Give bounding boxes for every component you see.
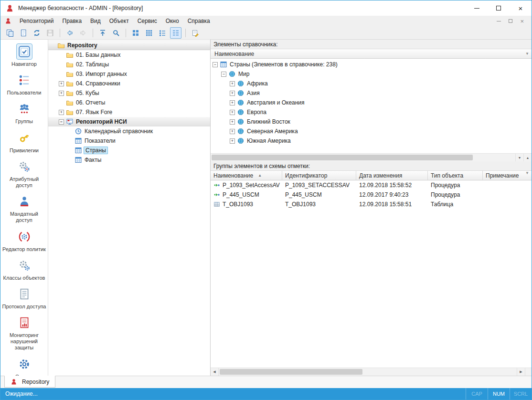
repository-tree-item[interactable]: 01. Базы данных (48, 50, 210, 60)
repository-tree-item[interactable]: Календарный справочник (48, 126, 210, 136)
sidebar-item-users[interactable]: Пользователи (0, 72, 48, 96)
repository-tree-item[interactable]: Страны (48, 146, 210, 155)
repository-tree-item[interactable]: 03. Импорт данных (48, 69, 210, 79)
collapse-toggle[interactable]: − (59, 119, 64, 125)
expand-toggle[interactable]: + (230, 110, 235, 115)
maximize-button[interactable] (488, 0, 510, 16)
scroll-left-button[interactable]: ◀ (211, 368, 219, 376)
mdi-minimize-button[interactable] (497, 21, 501, 21)
sidebar-item-object-classes[interactable]: Классы объектов (0, 257, 48, 281)
column-header-3[interactable]: Дата изменения (356, 171, 428, 180)
dictionary-element-item[interactable]: +Европа (211, 107, 532, 117)
refresh-button[interactable] (31, 27, 43, 39)
scrollbar-thumb[interactable] (212, 155, 473, 160)
sidebar-item-service[interactable]: Сервис (0, 356, 48, 376)
groups-horizontal-scrollbar[interactable]: ◀ ▶ (211, 368, 532, 376)
users-icon (16, 72, 32, 88)
copy-document-button[interactable] (4, 27, 16, 39)
expand-toggle[interactable]: + (230, 138, 235, 144)
collapse-toggle[interactable]: − (221, 72, 226, 77)
menu-item-5[interactable]: Сервис (133, 16, 161, 26)
dictionary-element-item[interactable]: +Австралия и Океания (211, 98, 532, 107)
status-bar: Ожидание... CAPNUMSCRL (0, 388, 532, 400)
list-view-button[interactable] (157, 27, 168, 39)
menu-item-2[interactable]: Правка (58, 16, 86, 26)
dictionary-element-item[interactable]: +Северная Америка (211, 126, 532, 136)
column-header-1[interactable]: Наименование▲ (211, 171, 282, 180)
sidebar-item-mandatory-access[interactable]: Мандатный доступ (0, 193, 48, 223)
table-row[interactable]: P_1093_SetAccessAVP_1093_SETACCESSAV12.0… (211, 180, 532, 190)
sidebar-item-access-protocol[interactable]: Протокол доступа (0, 286, 48, 310)
save-button[interactable] (44, 27, 56, 39)
filter-dropdown-icon[interactable]: ▼ (525, 52, 529, 56)
small-icons-view-button[interactable] (143, 27, 155, 39)
menu-item-3[interactable]: Вид (86, 16, 105, 26)
mdi-close-button[interactable]: × (520, 18, 524, 24)
mdi-restore-button[interactable] (509, 19, 512, 23)
menu-item-1[interactable]: Репозиторий (15, 16, 58, 26)
cell-identifier: P_445_USCM (282, 190, 356, 200)
collapse-toggle[interactable]: − (213, 62, 218, 67)
filter-dropdown-icon[interactable]: ▼ (525, 171, 529, 175)
tab-repository[interactable]: Repository (4, 376, 55, 388)
column-header-2[interactable]: Идентификатор (282, 171, 356, 180)
repository-tree-item[interactable]: Repository (48, 41, 210, 50)
scroll-right-button[interactable]: ▶ (517, 368, 525, 376)
table-row[interactable]: T_OBJ1093T_OBJ109312.09.2018 15:58:51Таб… (211, 200, 532, 209)
details-view-button[interactable] (170, 27, 181, 39)
repository-tree-item[interactable]: +05. Кубы (48, 88, 210, 98)
repository-tree-item[interactable]: +07. Язык Fore (48, 107, 210, 117)
scrollbar-thumb[interactable] (220, 369, 362, 375)
expand-toggle[interactable]: + (230, 100, 235, 105)
dictionary-element-item[interactable]: −Мир (211, 69, 532, 79)
sidebar-item-navigator[interactable]: Навигатор (0, 43, 48, 67)
repository-tree-item[interactable]: 02. Таблицы (48, 60, 210, 69)
repository-tree-item[interactable]: Показатели (48, 136, 210, 146)
repository-tree-item[interactable]: +04. Справочники (48, 79, 210, 88)
scrollbar-track[interactable] (211, 154, 515, 161)
expand-toggle[interactable]: + (59, 91, 64, 96)
sidebar-item-groups[interactable]: Группы (0, 101, 48, 125)
expand-toggle[interactable]: + (230, 119, 235, 125)
dictionary-element-item[interactable]: +Ближний Восток (211, 117, 532, 126)
repository-tree-item[interactable]: 06. Отчеты (48, 98, 210, 107)
dictionary-element-item[interactable]: +Африка (211, 79, 532, 88)
expand-toggle[interactable]: + (59, 110, 64, 115)
repository-tree-item[interactable]: Факты (48, 155, 210, 165)
dictionary-element-item-label: Европа (247, 109, 266, 116)
scrollbar-track[interactable] (219, 368, 516, 375)
sidebar-item-policy-editor[interactable]: Редактор политик (0, 229, 48, 253)
sidebar-item-security-monitoring[interactable]: Мониторинг нарушений защиты (0, 315, 48, 351)
search-button[interactable] (110, 27, 122, 39)
dictionary-element-item[interactable]: +Южная Америка (211, 136, 532, 146)
expand-toggle[interactable]: + (230, 129, 235, 134)
properties-button[interactable] (190, 27, 201, 39)
expand-toggle[interactable]: + (230, 91, 235, 96)
sidebar-item-label: Мониторинг нарушений защиты (2, 332, 46, 351)
table-row[interactable]: P_445_USCMP_445_USCM12.09.2017 9:40:23Пр… (211, 190, 532, 200)
expand-toggle[interactable]: + (230, 81, 235, 86)
move-up-button[interactable] (97, 27, 108, 39)
minimize-button[interactable] (466, 0, 488, 16)
column-header-5[interactable]: Примечание (483, 171, 532, 180)
back-button[interactable] (64, 27, 75, 39)
menu-item-7[interactable]: Справка (183, 16, 214, 26)
elements-column-header[interactable]: Наименование ▼ (211, 49, 532, 59)
row-up-button[interactable]: ▲ (523, 154, 532, 161)
menu-item-6[interactable]: Окно (161, 16, 183, 26)
dictionary-element-item[interactable]: −Страны (Элементов в справочнике: 238) (211, 60, 532, 69)
sidebar-item-privileges[interactable]: Привилегии (0, 130, 48, 154)
elements-horizontal-scrollbar[interactable]: ▼ ▲ (211, 153, 532, 161)
sidebar-item-attribute-access[interactable]: Атрибутный доступ (0, 158, 48, 189)
row-down-button[interactable]: ▼ (515, 154, 523, 161)
repository-tree-item[interactable]: −Репозиторий НСИ (48, 117, 210, 126)
expand-toggle[interactable]: + (59, 81, 64, 86)
new-document-button[interactable] (18, 27, 29, 39)
mdi-window-controls: × (497, 18, 529, 24)
large-icons-view-button[interactable] (130, 27, 141, 39)
dictionary-element-item[interactable]: +Азия (211, 88, 532, 98)
column-header-4[interactable]: Тип объекта (428, 171, 483, 180)
forward-button[interactable] (77, 27, 89, 39)
close-button[interactable]: × (510, 0, 532, 16)
menu-item-4[interactable]: Объект (105, 16, 133, 26)
